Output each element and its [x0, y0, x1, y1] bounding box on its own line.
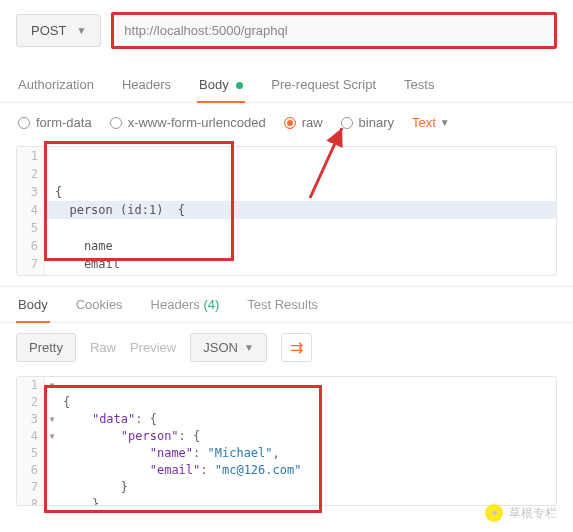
tab-authorization[interactable]: Authorization: [16, 67, 96, 102]
radio-icon: [284, 117, 296, 129]
request-body-editor[interactable]: 1234567 { person (id:1) { name email } }: [16, 146, 557, 276]
line-gutter: 12345678: [17, 377, 45, 506]
resp-tab-label: Headers: [151, 297, 200, 312]
method-label: POST: [31, 23, 66, 38]
tab-body[interactable]: Body: [197, 67, 245, 102]
radio-label: raw: [302, 115, 323, 130]
radio-urlencoded[interactable]: x-www-form-urlencoded: [110, 115, 266, 130]
code-line: {: [55, 185, 62, 199]
code-line: name: [55, 239, 113, 253]
pretty-button[interactable]: Pretty: [16, 333, 76, 362]
format-dropdown[interactable]: JSON ▼: [190, 333, 267, 362]
resp-tab-body[interactable]: Body: [16, 287, 50, 322]
code-area[interactable]: { "data": { "person": { "name": "Michael…: [59, 377, 556, 506]
code-line: {: [63, 395, 70, 409]
response-tabs: Body Cookies Headers (4) Test Results: [0, 286, 573, 323]
request-bar: POST ▼: [0, 0, 573, 61]
format-label: JSON: [203, 340, 238, 355]
line-gutter: 1234567: [17, 147, 45, 276]
fold-gutter[interactable]: ▾▾▾: [45, 377, 59, 506]
code-line: }: [63, 497, 99, 506]
radio-label: x-www-form-urlencoded: [128, 115, 266, 130]
request-tabs: Authorization Headers Body Pre-request S…: [0, 67, 573, 103]
tab-pre-request[interactable]: Pre-request Script: [269, 67, 378, 102]
watermark-text: 草根专栏: [509, 505, 557, 522]
body-type-options: form-data x-www-form-urlencoded raw bina…: [0, 103, 573, 142]
chevron-down-icon: ▼: [440, 117, 450, 128]
radio-form-data[interactable]: form-data: [18, 115, 92, 130]
response-body-editor[interactable]: 12345678 ▾▾▾ { "data": { "person": { "na…: [16, 376, 557, 506]
method-dropdown[interactable]: POST ▼: [16, 14, 101, 47]
resp-tab-tests[interactable]: Test Results: [245, 287, 320, 322]
radio-icon: [18, 117, 30, 129]
radio-label: binary: [359, 115, 394, 130]
headers-count: (4): [203, 297, 219, 312]
code-line: "person": {: [63, 429, 200, 443]
content-type-dropdown[interactable]: Text ▼: [412, 115, 450, 130]
code-line: person (id:1) {: [45, 201, 556, 219]
raw-button[interactable]: Raw: [90, 340, 116, 355]
content-type-label: Text: [412, 115, 436, 130]
tab-tests[interactable]: Tests: [402, 67, 436, 102]
code-line: "data": {: [63, 412, 157, 426]
tab-body-label: Body: [199, 77, 229, 92]
wechat-icon: ✦: [485, 504, 503, 522]
radio-label: form-data: [36, 115, 92, 130]
code-line: }: [63, 480, 128, 494]
radio-binary[interactable]: binary: [341, 115, 394, 130]
code-line: }: [55, 275, 77, 276]
chevron-down-icon: ▼: [244, 342, 254, 353]
preview-button[interactable]: Preview: [130, 340, 176, 355]
resp-tab-cookies[interactable]: Cookies: [74, 287, 125, 322]
radio-raw[interactable]: raw: [284, 115, 323, 130]
url-input[interactable]: [111, 12, 557, 49]
modified-dot-icon: [236, 82, 243, 89]
radio-icon: [110, 117, 122, 129]
watermark: ✦ 草根专栏: [485, 504, 557, 522]
response-controls: Pretty Raw Preview JSON ▼ ⇉: [0, 323, 573, 372]
chevron-down-icon: ▼: [76, 25, 86, 36]
resp-tab-headers[interactable]: Headers (4): [149, 287, 222, 322]
code-area[interactable]: { person (id:1) { name email } }: [45, 147, 556, 276]
tab-headers[interactable]: Headers: [120, 67, 173, 102]
wrap-lines-icon[interactable]: ⇉: [281, 333, 312, 362]
code-line: email: [55, 257, 120, 271]
radio-icon: [341, 117, 353, 129]
code-line: "email": "mc@126.com": [63, 463, 301, 477]
code-line: "name": "Michael",: [63, 446, 280, 460]
